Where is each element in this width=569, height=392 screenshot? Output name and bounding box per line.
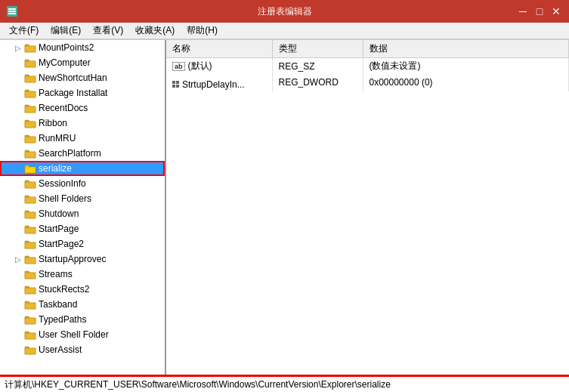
tree-label: RunMRU [39,133,76,144]
main-area: ▷ MountPoints2 MyComputer NewShortcutHan… [0,39,569,375]
tree-label: StartupApprovec [39,254,106,264]
tree-label: MountPoints2 [39,42,94,53]
folder-icon [24,193,36,204]
title-bar: 注册表编辑器 ─ □ ✕ [0,0,569,23]
app-icon [6,5,18,17]
folder-icon [24,148,36,159]
folder-icon [24,163,36,174]
registry-table: 名称 类型 数据 ab(默认)REG_SZ(数值未设置)StrtupDelayI… [166,40,569,91]
tree-item-StuckRects2[interactable]: StuckRects2 [0,282,165,297]
folder-icon [24,178,36,189]
tree-label: StartPage [39,224,79,234]
tree-label: StuckRects2 [39,284,89,295]
tree-label: TypedPaths [39,314,86,325]
tree-label: Package Installat [39,88,107,98]
tree-item-SessionInfo[interactable]: SessionInfo [0,176,165,191]
tree-label: SessionInfo [39,178,86,189]
svg-rect-1 [8,8,16,10]
cell-type: REG_SZ [272,58,363,75]
folder-icon [24,103,36,113]
status-bar: 计算机\HKEY_CURRENT_USER\Software\Microsoft… [0,375,569,392]
tree-item-SearchPlatform[interactable]: SearchPlatform [0,146,165,161]
cell-data: 0x00000000 (0) [363,74,569,91]
maximize-button[interactable]: □ [533,5,546,18]
col-data: 数据 [363,40,569,58]
table-row[interactable]: ab(默认)REG_SZ(数值未设置) [166,58,569,75]
tree-item-Ribbon[interactable]: Ribbon [0,116,165,131]
tree-item-Shutdown[interactable]: Shutdown [0,206,165,221]
tree-label: UserAssist [39,344,82,355]
menu-item-1[interactable]: 编辑(E) [45,23,87,39]
folder-icon [24,254,36,264]
tree-label: NewShortcutHan [39,73,107,83]
tree-item-MyComputer[interactable]: MyComputer [0,55,165,70]
tree-item-UserAssist[interactable]: UserAssist [0,342,165,357]
svg-rect-3 [8,13,16,14]
tree-label: User Shell Folder [39,329,109,340]
title-bar-controls: ─ □ ✕ [516,5,563,18]
ab-icon: ab [172,62,185,71]
tree-item-StartPage[interactable]: StartPage [0,221,165,236]
tree-item-UserShellFolder[interactable]: User Shell Folder [0,327,165,342]
cell-name: StrtupDelayIn... [166,74,272,91]
tree-item-MountPoints2[interactable]: ▷ MountPoints2 [0,40,165,55]
cell-name: ab(默认) [166,58,272,75]
tree-label: Shutdown [39,208,79,219]
status-path: 计算机\HKEY_CURRENT_USER\Software\Microsoft… [5,378,391,391]
tree-item-RunMRU[interactable]: RunMRU [0,131,165,146]
folder-icon [24,299,36,310]
folder-icon [24,344,36,355]
folder-icon [24,208,36,219]
tree-label: Streams [39,269,73,279]
tree-item-StartPage2[interactable]: StartPage2 [0,236,165,252]
expand-icon[interactable]: ▷ [12,44,24,52]
title-bar-left [6,5,18,17]
tree-panel[interactable]: ▷ MountPoints2 MyComputer NewShortcutHan… [0,40,166,375]
folder-icon [24,133,36,144]
tree-label: RecentDocs [39,103,88,113]
tree-item-ShellFolders[interactable]: Shell Folders [0,191,165,206]
tree-label: SearchPlatform [39,148,101,159]
tree-item-TypedPaths[interactable]: TypedPaths [0,312,165,327]
folder-icon [24,57,36,68]
menu-item-0[interactable]: 文件(F) [3,23,45,39]
tree-item-Streams[interactable]: Streams [0,267,165,282]
folder-icon [24,269,36,279]
tree-label: MyComputer [39,57,91,68]
folder-icon [24,88,36,98]
folder-icon [24,118,36,128]
menu-item-4[interactable]: 帮助(H) [181,23,224,39]
close-button[interactable]: ✕ [549,5,563,18]
folder-icon [24,224,36,234]
folder-icon [24,329,36,340]
folder-icon [24,239,36,249]
right-panel: 名称 类型 数据 ab(默认)REG_SZ(数值未设置)StrtupDelayI… [166,40,569,375]
cell-type: REG_DWORD [272,74,363,91]
folder-icon [24,73,36,83]
svg-rect-2 [8,11,16,12]
menu-item-3[interactable]: 收藏夹(A) [129,23,181,39]
tree-item-serialize[interactable]: serialize [0,161,165,176]
tree-label: Taskband [39,299,77,310]
table-row[interactable]: StrtupDelayIn...REG_DWORD0x00000000 (0) [166,74,569,91]
window-title: 注册表编辑器 [258,5,312,18]
folder-icon [24,284,36,295]
menu-item-2[interactable]: 查看(V) [87,23,129,39]
col-name: 名称 [166,40,272,58]
menu-bar: 文件(F)编辑(E)查看(V)收藏夹(A)帮助(H) [0,23,569,39]
tree-item-StartupApproved[interactable]: ▷ StartupApprovec [0,252,165,267]
folder-icon [24,314,36,325]
grid-icon [172,81,179,88]
cell-data: (数值未设置) [363,58,569,75]
tree-item-NewShortcutHan[interactable]: NewShortcutHan [0,70,165,85]
tree-item-Taskband[interactable]: Taskband [0,297,165,312]
tree-label: Shell Folders [39,193,91,204]
tree-item-RecentDocs[interactable]: RecentDocs [0,100,165,116]
tree-label: StartPage2 [39,239,84,249]
tree-label: Ribbon [39,118,67,128]
tree-item-Package[interactable]: Package Installat [0,85,165,100]
col-type: 类型 [272,40,363,58]
expand-icon[interactable]: ▷ [12,255,24,264]
minimize-button[interactable]: ─ [516,5,530,18]
tree-label: serialize [39,163,72,174]
